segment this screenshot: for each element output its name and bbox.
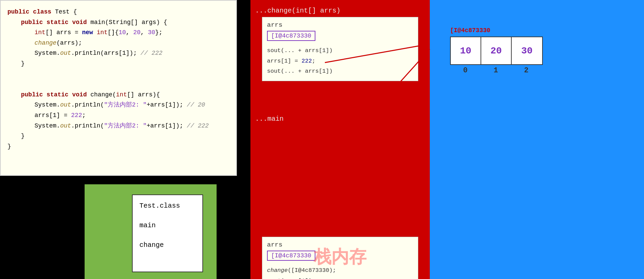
change-code-3: sout(... + arrs[1]) — [267, 66, 413, 77]
array-ref-label: [I@4c873330 — [450, 27, 543, 34]
array-cell-1: 20 — [481, 37, 512, 64]
change-code-2: arrs[1] = 222; — [267, 56, 413, 67]
change-var-label: arrs — [267, 21, 413, 29]
class-box-change: change — [139, 238, 196, 253]
array-cell-2: 30 — [512, 37, 542, 64]
stack-label: 栈内存 — [250, 245, 430, 269]
array-boxes: 10 20 30 — [450, 37, 543, 65]
code-line-4: change(arrs); — [7, 38, 229, 48]
main-code-2: sout(arrs[1]); — [267, 276, 413, 279]
code-panel: public class Test { public static void m… — [0, 0, 237, 176]
class-box-title: Test.class — [139, 199, 196, 213]
change-frame-box: arrs [I@4c873330 sout(... + arrs[1]) arr… — [262, 17, 418, 81]
array-indices: 0 1 2 — [450, 66, 543, 75]
code-line-14: } — [7, 141, 229, 152]
change-frame-section: ...change(int[] arrs) arrs [I@4c873330 s… — [255, 7, 425, 17]
code-line-1: public class Test { — [7, 7, 229, 17]
code-line-10: System.out.println("方法内部2: "+arrs[1]); /… — [7, 100, 229, 110]
code-line-12: System.out.println("方法内部2: "+arrs[1]); /… — [7, 121, 229, 131]
code-line-7 — [7, 69, 229, 79]
class-box-main: main — [139, 218, 196, 233]
code-line-13: } — [7, 131, 229, 141]
heap-panel: [I@4c873330 10 20 30 0 1 2 — [430, 0, 644, 279]
code-line-5: System.out.println(arrs[1]); // 222 — [7, 48, 229, 59]
array-idx-1: 1 — [481, 66, 511, 75]
code-line-9: public static void change(int[] arrs){ — [7, 90, 229, 100]
change-frame-title: ...change(int[] arrs) — [255, 7, 425, 15]
array-idx-0: 0 — [450, 66, 481, 75]
code-line-11: arrs[1] = 222; — [7, 110, 229, 121]
array-cell-0: 10 — [451, 37, 481, 64]
array-container: [I@4c873330 10 20 30 0 1 2 — [450, 27, 543, 75]
array-idx-2: 2 — [511, 66, 541, 75]
code-line-3: int[] arrs = new int[]{10, 20, 30}; — [7, 27, 229, 38]
class-box: Test.class main change — [132, 194, 203, 272]
code-line-2: public static void main(String[] args) { — [7, 17, 229, 28]
change-code: sout(... + arrs[1]) arrs[1] = 222; sout(… — [267, 46, 413, 77]
main-frame-title: ...main — [255, 115, 425, 123]
main-frame-section: ...main arrs [I@4c873330 change([I@4c873… — [255, 115, 425, 125]
stack-panel: ...change(int[] arrs) arrs [I@4c873330 s… — [250, 0, 430, 279]
code-line-8 — [7, 79, 229, 90]
change-code-1: sout(... + arrs[1]) — [267, 46, 413, 56]
code-line-6: } — [7, 59, 229, 69]
change-ref-value: [I@4c873330 — [267, 31, 315, 41]
